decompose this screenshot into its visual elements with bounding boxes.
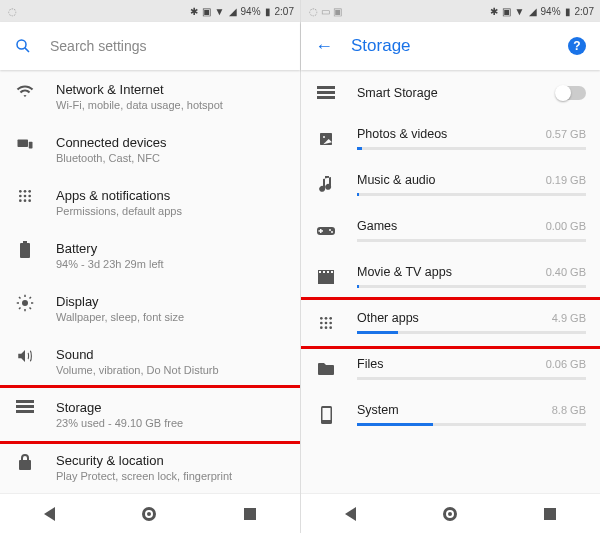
- svg-rect-13: [20, 243, 30, 258]
- svg-rect-34: [331, 271, 333, 273]
- progress-bar: [357, 331, 586, 334]
- row-system[interactable]: System8.8 GB: [301, 392, 600, 438]
- svg-point-12: [28, 199, 31, 202]
- svg-point-7: [19, 195, 22, 198]
- image-icon: [315, 131, 337, 147]
- recents-nav-icon[interactable]: [544, 508, 556, 520]
- clock: 2:07: [275, 6, 294, 17]
- folder-icon: [315, 362, 337, 375]
- row-smart-storage[interactable]: Smart Storage: [301, 70, 600, 116]
- bluetooth-icon: ✱: [190, 6, 198, 17]
- item-security[interactable]: Security & locationPlay Protect, screen …: [0, 441, 300, 493]
- battery-icon: ▮: [565, 6, 571, 17]
- item-storage[interactable]: Storage23% used - 49.10 GB free: [0, 388, 300, 441]
- home-nav-icon[interactable]: [443, 507, 457, 521]
- svg-point-41: [320, 326, 323, 329]
- settings-list: Network & InternetWi-Fi, mobile, data us…: [0, 70, 300, 493]
- storage-screen: ◌ ▭ ▣ ✱ ▣ ▼ ◢ 94% ▮ 2:07 ← Storage ? Sma…: [300, 0, 600, 533]
- svg-rect-2: [18, 140, 29, 148]
- progress-bar: [357, 147, 586, 150]
- status-bar: ◌ ▭ ▣ ✱ ▣ ▼ ◢ 94% ▮ 2:07: [301, 0, 600, 22]
- svg-rect-19: [19, 460, 31, 470]
- phone-icon: [315, 406, 337, 424]
- svg-point-39: [325, 321, 328, 324]
- apps-icon: [14, 188, 36, 204]
- svg-point-6: [28, 190, 31, 193]
- row-games[interactable]: Games0.00 GB: [301, 208, 600, 254]
- search-placeholder: Search settings: [50, 38, 147, 54]
- signal-icon: ◢: [529, 6, 537, 17]
- help-icon[interactable]: ?: [568, 37, 586, 55]
- back-icon[interactable]: ←: [315, 36, 333, 57]
- battery-pct: 94%: [541, 6, 561, 17]
- vibrate-icon: ▣: [202, 6, 211, 17]
- svg-line-1: [25, 48, 29, 52]
- item-apps[interactable]: Apps & notificationsPermissions, default…: [0, 176, 300, 229]
- sound-icon: [14, 347, 36, 365]
- home-nav-icon[interactable]: [142, 507, 156, 521]
- back-nav-icon[interactable]: [44, 507, 55, 521]
- wifi-icon: ▼: [215, 6, 225, 17]
- battery-icon: ▮: [265, 6, 271, 17]
- svg-point-38: [320, 321, 323, 324]
- svg-point-37: [329, 317, 332, 320]
- progress-bar: [357, 377, 586, 380]
- row-photos[interactable]: Photos & videos0.57 GB: [301, 116, 600, 162]
- item-display[interactable]: DisplayWallpaper, sleep, font size: [0, 282, 300, 335]
- row-other-apps[interactable]: Other apps4.9 GB: [301, 300, 600, 346]
- settings-screen: ◌ ✱ ▣ ▼ ◢ 94% ▮ 2:07 Search settings Net…: [0, 0, 300, 533]
- movie-icon: [315, 270, 337, 284]
- svg-rect-31: [319, 271, 321, 273]
- progress-bar: [357, 423, 586, 426]
- svg-rect-14: [23, 241, 27, 243]
- svg-rect-16: [16, 400, 34, 403]
- storage-appbar: ← Storage ?: [301, 22, 600, 70]
- svg-point-5: [24, 190, 27, 193]
- page-title: Storage: [351, 36, 411, 56]
- progress-bar: [357, 239, 586, 242]
- search-icon: [14, 37, 32, 55]
- battery-pct: 94%: [241, 6, 261, 17]
- svg-rect-17: [16, 405, 34, 408]
- highlight-storage: Storage23% used - 49.10 GB free: [0, 385, 300, 444]
- svg-rect-3: [29, 142, 33, 149]
- svg-point-15: [22, 300, 28, 306]
- vibrate-icon: ▣: [502, 6, 511, 17]
- svg-rect-20: [317, 86, 335, 89]
- storage-list: Smart Storage Photos & videos0.57 GB Mus…: [301, 70, 600, 493]
- svg-rect-33: [327, 271, 329, 273]
- item-network[interactable]: Network & InternetWi-Fi, mobile, data us…: [0, 70, 300, 123]
- svg-point-4: [19, 190, 22, 193]
- recents-nav-icon[interactable]: [244, 508, 256, 520]
- svg-point-29: [331, 231, 333, 233]
- svg-rect-27: [319, 230, 324, 232]
- progress-bar: [357, 285, 586, 288]
- row-movies[interactable]: Movie & TV apps0.40 GB: [301, 254, 600, 300]
- gamepad-icon: [315, 225, 337, 237]
- battery-icon: [14, 241, 36, 259]
- row-music[interactable]: Music & audio0.19 GB: [301, 162, 600, 208]
- back-nav-icon[interactable]: [345, 507, 356, 521]
- devices-icon: [14, 135, 36, 153]
- nav-bar: [0, 493, 300, 533]
- svg-rect-18: [16, 410, 34, 413]
- item-connected[interactable]: Connected devicesBluetooth, Cast, NFC: [0, 123, 300, 176]
- svg-point-11: [24, 199, 27, 202]
- svg-rect-21: [317, 91, 335, 94]
- wifi-icon: [14, 82, 36, 100]
- row-files[interactable]: Files0.06 GB: [301, 346, 600, 392]
- lock-icon: [14, 453, 36, 471]
- search-bar[interactable]: Search settings: [0, 22, 300, 70]
- clock: 2:07: [575, 6, 594, 17]
- nav-bar: [301, 493, 600, 533]
- svg-point-8: [24, 195, 27, 198]
- svg-point-10: [19, 199, 22, 202]
- storage-icon: [315, 86, 337, 100]
- item-sound[interactable]: SoundVolume, vibration, Do Not Disturb: [0, 335, 300, 388]
- item-battery[interactable]: Battery94% - 3d 23h 29m left: [0, 229, 300, 282]
- svg-rect-45: [322, 408, 330, 420]
- wifi-icon: ▼: [515, 6, 525, 17]
- svg-point-28: [329, 229, 331, 231]
- smart-storage-toggle[interactable]: [556, 86, 586, 100]
- svg-rect-32: [323, 271, 325, 273]
